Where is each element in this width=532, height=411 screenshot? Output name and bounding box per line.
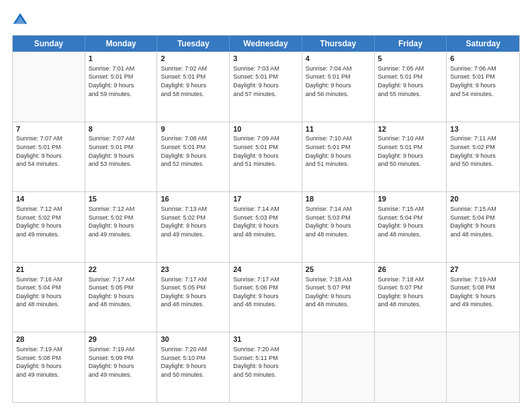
day-info: Sunrise: 7:10 AM Sunset: 5:01 PM Dayligh… [378, 134, 443, 168]
day-info: Sunrise: 7:19 AM Sunset: 5:09 PM Dayligh… [89, 345, 154, 379]
day-info: Sunrise: 7:19 AM Sunset: 5:08 PM Dayligh… [450, 275, 516, 309]
week-row-2: 7Sunrise: 7:07 AM Sunset: 5:01 PM Daylig… [13, 122, 519, 193]
day-cell-28: 28Sunrise: 7:19 AM Sunset: 5:08 PM Dayli… [13, 332, 85, 402]
day-number: 10 [233, 124, 298, 134]
page: SundayMondayTuesdayWednesdayThursdayFrid… [0, 0, 532, 411]
day-info: Sunrise: 7:14 AM Sunset: 5:03 PM Dayligh… [306, 205, 371, 238]
day-cell-18: 18Sunrise: 7:14 AM Sunset: 5:03 PM Dayli… [302, 192, 375, 262]
empty-cell [447, 332, 519, 402]
day-info: Sunrise: 7:06 AM Sunset: 5:01 PM Dayligh… [450, 64, 516, 98]
day-cell-26: 26Sunrise: 7:18 AM Sunset: 5:07 PM Dayli… [375, 263, 447, 332]
header [12, 12, 520, 28]
day-cell-1: 1Sunrise: 7:01 AM Sunset: 5:01 PM Daylig… [85, 52, 158, 122]
calendar-body: 1Sunrise: 7:01 AM Sunset: 5:01 PM Daylig… [13, 52, 519, 402]
header-day-sunday: Sunday [13, 36, 85, 52]
day-info: Sunrise: 7:15 AM Sunset: 5:04 PM Dayligh… [378, 205, 443, 238]
day-cell-14: 14Sunrise: 7:12 AM Sunset: 5:02 PM Dayli… [13, 192, 85, 262]
day-number: 26 [378, 265, 443, 275]
header-day-thursday: Thursday [302, 36, 375, 52]
day-cell-3: 3Sunrise: 7:03 AM Sunset: 5:01 PM Daylig… [230, 52, 302, 122]
day-number: 17 [233, 194, 298, 204]
day-info: Sunrise: 7:19 AM Sunset: 5:08 PM Dayligh… [16, 345, 81, 379]
day-info: Sunrise: 7:14 AM Sunset: 5:03 PM Dayligh… [233, 205, 298, 238]
day-info: Sunrise: 7:05 AM Sunset: 5:01 PM Dayligh… [378, 64, 443, 98]
day-cell-30: 30Sunrise: 7:20 AM Sunset: 5:10 PM Dayli… [157, 332, 230, 402]
logo-area [12, 12, 34, 28]
day-number: 19 [378, 194, 443, 204]
day-cell-22: 22Sunrise: 7:17 AM Sunset: 5:05 PM Dayli… [85, 263, 158, 332]
day-cell-21: 21Sunrise: 7:16 AM Sunset: 5:04 PM Dayli… [13, 263, 85, 332]
day-number: 25 [306, 265, 371, 275]
day-number: 28 [16, 334, 81, 345]
header-day-monday: Monday [85, 36, 158, 52]
day-cell-13: 13Sunrise: 7:11 AM Sunset: 5:02 PM Dayli… [447, 122, 519, 192]
day-number: 4 [306, 54, 371, 64]
day-info: Sunrise: 7:02 AM Sunset: 5:01 PM Dayligh… [161, 64, 226, 98]
day-number: 18 [306, 194, 371, 204]
day-cell-15: 15Sunrise: 7:12 AM Sunset: 5:02 PM Dayli… [85, 192, 158, 262]
day-number: 2 [161, 54, 226, 64]
day-number: 20 [450, 194, 516, 204]
day-info: Sunrise: 7:01 AM Sunset: 5:01 PM Dayligh… [89, 64, 154, 98]
week-row-4: 21Sunrise: 7:16 AM Sunset: 5:04 PM Dayli… [13, 263, 519, 333]
day-cell-9: 9Sunrise: 7:08 AM Sunset: 5:01 PM Daylig… [157, 122, 230, 192]
day-cell-19: 19Sunrise: 7:15 AM Sunset: 5:04 PM Dayli… [375, 192, 447, 262]
header-day-friday: Friday [375, 36, 447, 52]
day-info: Sunrise: 7:04 AM Sunset: 5:01 PM Dayligh… [306, 64, 371, 98]
day-info: Sunrise: 7:11 AM Sunset: 5:02 PM Dayligh… [450, 134, 516, 168]
day-number: 8 [89, 124, 154, 134]
day-number: 16 [161, 194, 226, 204]
day-number: 7 [16, 124, 81, 134]
day-number: 1 [89, 54, 154, 64]
calendar: SundayMondayTuesdayWednesdayThursdayFrid… [12, 35, 520, 403]
day-info: Sunrise: 7:07 AM Sunset: 5:01 PM Dayligh… [16, 134, 81, 168]
day-cell-31: 31Sunrise: 7:20 AM Sunset: 5:11 PM Dayli… [230, 332, 302, 402]
day-number: 29 [89, 334, 154, 345]
day-number: 3 [233, 54, 298, 64]
day-info: Sunrise: 7:13 AM Sunset: 5:02 PM Dayligh… [161, 205, 226, 238]
day-cell-10: 10Sunrise: 7:09 AM Sunset: 5:01 PM Dayli… [230, 122, 302, 192]
day-info: Sunrise: 7:07 AM Sunset: 5:01 PM Dayligh… [89, 134, 154, 168]
day-number: 22 [89, 265, 154, 275]
week-row-1: 1Sunrise: 7:01 AM Sunset: 5:01 PM Daylig… [13, 52, 519, 122]
day-cell-25: 25Sunrise: 7:18 AM Sunset: 5:07 PM Dayli… [302, 263, 375, 332]
day-cell-24: 24Sunrise: 7:17 AM Sunset: 5:06 PM Dayli… [230, 263, 302, 332]
day-cell-7: 7Sunrise: 7:07 AM Sunset: 5:01 PM Daylig… [13, 122, 85, 192]
day-number: 30 [161, 334, 226, 345]
day-cell-17: 17Sunrise: 7:14 AM Sunset: 5:03 PM Dayli… [230, 192, 302, 262]
day-number: 9 [161, 124, 226, 134]
day-info: Sunrise: 7:17 AM Sunset: 5:05 PM Dayligh… [89, 275, 154, 309]
day-cell-4: 4Sunrise: 7:04 AM Sunset: 5:01 PM Daylig… [302, 52, 375, 122]
day-cell-8: 8Sunrise: 7:07 AM Sunset: 5:01 PM Daylig… [85, 122, 158, 192]
day-info: Sunrise: 7:18 AM Sunset: 5:07 PM Dayligh… [306, 275, 371, 309]
day-number: 27 [450, 265, 516, 275]
day-info: Sunrise: 7:10 AM Sunset: 5:01 PM Dayligh… [306, 134, 371, 168]
day-cell-27: 27Sunrise: 7:19 AM Sunset: 5:08 PM Dayli… [447, 263, 519, 332]
day-number: 5 [378, 54, 443, 64]
calendar-header: SundayMondayTuesdayWednesdayThursdayFrid… [13, 36, 519, 52]
day-info: Sunrise: 7:03 AM Sunset: 5:01 PM Dayligh… [233, 64, 298, 98]
day-info: Sunrise: 7:17 AM Sunset: 5:05 PM Dayligh… [161, 275, 226, 309]
week-row-3: 14Sunrise: 7:12 AM Sunset: 5:02 PM Dayli… [13, 192, 519, 263]
day-number: 13 [450, 124, 516, 134]
day-cell-16: 16Sunrise: 7:13 AM Sunset: 5:02 PM Dayli… [157, 192, 230, 262]
day-info: Sunrise: 7:12 AM Sunset: 5:02 PM Dayligh… [89, 205, 154, 238]
day-cell-23: 23Sunrise: 7:17 AM Sunset: 5:05 PM Dayli… [157, 263, 230, 332]
day-info: Sunrise: 7:08 AM Sunset: 5:01 PM Dayligh… [161, 134, 226, 168]
day-cell-29: 29Sunrise: 7:19 AM Sunset: 5:09 PM Dayli… [85, 332, 158, 402]
empty-cell [375, 332, 447, 402]
week-row-5: 28Sunrise: 7:19 AM Sunset: 5:08 PM Dayli… [13, 332, 519, 402]
day-number: 14 [16, 194, 81, 204]
day-cell-2: 2Sunrise: 7:02 AM Sunset: 5:01 PM Daylig… [157, 52, 230, 122]
day-info: Sunrise: 7:18 AM Sunset: 5:07 PM Dayligh… [378, 275, 443, 309]
day-info: Sunrise: 7:16 AM Sunset: 5:04 PM Dayligh… [16, 275, 81, 309]
day-info: Sunrise: 7:20 AM Sunset: 5:11 PM Dayligh… [233, 345, 298, 379]
empty-cell [13, 52, 85, 122]
day-info: Sunrise: 7:20 AM Sunset: 5:10 PM Dayligh… [161, 345, 226, 379]
day-cell-20: 20Sunrise: 7:15 AM Sunset: 5:04 PM Dayli… [447, 192, 519, 262]
day-number: 15 [89, 194, 154, 204]
header-day-saturday: Saturday [447, 36, 519, 52]
day-number: 11 [306, 124, 371, 134]
empty-cell [302, 332, 375, 402]
day-info: Sunrise: 7:15 AM Sunset: 5:04 PM Dayligh… [450, 205, 516, 238]
